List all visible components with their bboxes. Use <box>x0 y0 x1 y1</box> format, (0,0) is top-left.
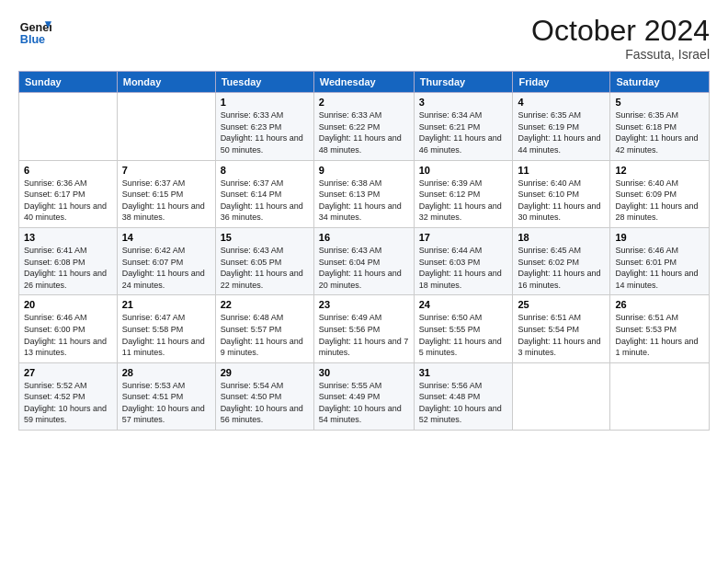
day-info: Sunrise: 5:53 AM Sunset: 4:51 PM Dayligh… <box>122 380 210 426</box>
day-info: Sunrise: 6:34 AM Sunset: 6:21 PM Dayligh… <box>419 109 508 155</box>
cal-cell: 29Sunrise: 5:54 AM Sunset: 4:50 PM Dayli… <box>215 362 313 430</box>
cal-cell: 7Sunrise: 6:37 AM Sunset: 6:15 PM Daylig… <box>117 160 215 227</box>
day-info: Sunrise: 5:54 AM Sunset: 4:50 PM Dayligh… <box>221 380 309 426</box>
header: General Blue October 2024 Fassuta, Israe… <box>18 15 710 62</box>
cal-cell: 6Sunrise: 6:36 AM Sunset: 6:17 PM Daylig… <box>19 160 118 227</box>
cal-cell: 23Sunrise: 6:49 AM Sunset: 5:56 PM Dayli… <box>313 295 414 362</box>
day-info: Sunrise: 6:51 AM Sunset: 5:54 PM Dayligh… <box>518 312 605 358</box>
day-number: 8 <box>221 165 309 176</box>
cal-cell: 18Sunrise: 6:45 AM Sunset: 6:02 PM Dayli… <box>513 227 610 294</box>
cal-cell: 9Sunrise: 6:38 AM Sunset: 6:13 PM Daylig… <box>313 160 414 227</box>
cal-cell: 10Sunrise: 6:39 AM Sunset: 6:12 PM Dayli… <box>414 160 513 227</box>
day-info: Sunrise: 6:38 AM Sunset: 6:13 PM Dayligh… <box>319 178 409 224</box>
cal-cell <box>19 93 118 160</box>
day-number: 5 <box>615 97 704 108</box>
day-number: 31 <box>419 367 508 378</box>
day-info: Sunrise: 5:52 AM Sunset: 4:52 PM Dayligh… <box>24 380 112 426</box>
day-info: Sunrise: 6:40 AM Sunset: 6:09 PM Dayligh… <box>615 178 704 224</box>
day-number: 3 <box>419 97 508 108</box>
title-area: October 2024 Fassuta, Israel <box>531 15 710 62</box>
day-number: 6 <box>24 165 112 176</box>
day-number: 16 <box>319 232 409 243</box>
week-row-1: 6Sunrise: 6:36 AM Sunset: 6:17 PM Daylig… <box>19 160 710 227</box>
cal-cell: 1Sunrise: 6:33 AM Sunset: 6:23 PM Daylig… <box>215 93 313 160</box>
day-number: 30 <box>319 367 409 378</box>
cal-cell: 30Sunrise: 5:55 AM Sunset: 4:49 PM Dayli… <box>313 362 414 430</box>
day-info: Sunrise: 6:39 AM Sunset: 6:12 PM Dayligh… <box>419 178 508 224</box>
day-info: Sunrise: 6:40 AM Sunset: 6:10 PM Dayligh… <box>518 178 605 224</box>
day-info: Sunrise: 6:33 AM Sunset: 6:23 PM Dayligh… <box>221 109 309 155</box>
cal-cell: 12Sunrise: 6:40 AM Sunset: 6:09 PM Dayli… <box>610 160 710 227</box>
col-header-friday: Friday <box>513 72 610 93</box>
cal-cell: 11Sunrise: 6:40 AM Sunset: 6:10 PM Dayli… <box>513 160 610 227</box>
day-info: Sunrise: 6:41 AM Sunset: 6:08 PM Dayligh… <box>24 245 112 291</box>
day-number: 12 <box>615 165 704 176</box>
cal-cell: 24Sunrise: 6:50 AM Sunset: 5:55 PM Dayli… <box>414 295 513 362</box>
col-header-monday: Monday <box>117 72 215 93</box>
day-info: Sunrise: 6:51 AM Sunset: 5:53 PM Dayligh… <box>615 312 704 358</box>
day-number: 11 <box>518 165 605 176</box>
cal-cell: 15Sunrise: 6:43 AM Sunset: 6:05 PM Dayli… <box>215 227 313 294</box>
day-info: Sunrise: 6:46 AM Sunset: 6:00 PM Dayligh… <box>24 312 112 358</box>
day-info: Sunrise: 6:33 AM Sunset: 6:22 PM Dayligh… <box>319 109 409 155</box>
cal-cell: 16Sunrise: 6:43 AM Sunset: 6:04 PM Dayli… <box>313 227 414 294</box>
cal-cell: 28Sunrise: 5:53 AM Sunset: 4:51 PM Dayli… <box>117 362 215 430</box>
day-number: 17 <box>419 232 508 243</box>
day-number: 13 <box>24 232 112 243</box>
day-info: Sunrise: 6:49 AM Sunset: 5:56 PM Dayligh… <box>319 312 409 358</box>
cal-cell: 14Sunrise: 6:42 AM Sunset: 6:07 PM Dayli… <box>117 227 215 294</box>
cal-cell <box>610 362 710 430</box>
day-number: 22 <box>221 299 309 310</box>
day-info: Sunrise: 6:36 AM Sunset: 6:17 PM Dayligh… <box>24 178 112 224</box>
day-info: Sunrise: 6:47 AM Sunset: 5:58 PM Dayligh… <box>122 312 210 358</box>
week-row-4: 27Sunrise: 5:52 AM Sunset: 4:52 PM Dayli… <box>19 362 710 430</box>
logo: General Blue <box>18 15 51 48</box>
day-number: 9 <box>319 165 409 176</box>
day-number: 29 <box>221 367 309 378</box>
col-header-saturday: Saturday <box>610 72 710 93</box>
day-number: 15 <box>221 232 309 243</box>
day-number: 4 <box>518 97 605 108</box>
cal-cell: 17Sunrise: 6:44 AM Sunset: 6:03 PM Dayli… <box>414 227 513 294</box>
day-number: 21 <box>122 299 210 310</box>
cal-cell: 20Sunrise: 6:46 AM Sunset: 6:00 PM Dayli… <box>19 295 118 362</box>
day-info: Sunrise: 6:35 AM Sunset: 6:19 PM Dayligh… <box>518 109 605 155</box>
day-number: 18 <box>518 232 605 243</box>
day-number: 25 <box>518 299 605 310</box>
day-info: Sunrise: 6:48 AM Sunset: 5:57 PM Dayligh… <box>221 312 309 358</box>
cal-cell: 25Sunrise: 6:51 AM Sunset: 5:54 PM Dayli… <box>513 295 610 362</box>
cal-cell: 22Sunrise: 6:48 AM Sunset: 5:57 PM Dayli… <box>215 295 313 362</box>
cal-cell: 13Sunrise: 6:41 AM Sunset: 6:08 PM Dayli… <box>19 227 118 294</box>
day-number: 28 <box>122 367 210 378</box>
day-number: 10 <box>419 165 508 176</box>
col-header-wednesday: Wednesday <box>313 72 414 93</box>
day-info: Sunrise: 6:43 AM Sunset: 6:05 PM Dayligh… <box>221 245 309 291</box>
day-info: Sunrise: 6:43 AM Sunset: 6:04 PM Dayligh… <box>319 245 409 291</box>
day-info: Sunrise: 5:56 AM Sunset: 4:48 PM Dayligh… <box>419 380 508 426</box>
day-number: 20 <box>24 299 112 310</box>
day-info: Sunrise: 6:35 AM Sunset: 6:18 PM Dayligh… <box>615 109 704 155</box>
col-header-tuesday: Tuesday <box>215 72 313 93</box>
cal-cell: 31Sunrise: 5:56 AM Sunset: 4:48 PM Dayli… <box>414 362 513 430</box>
col-header-thursday: Thursday <box>414 72 513 93</box>
day-number: 7 <box>122 165 210 176</box>
cal-cell: 2Sunrise: 6:33 AM Sunset: 6:22 PM Daylig… <box>313 93 414 160</box>
cal-cell: 3Sunrise: 6:34 AM Sunset: 6:21 PM Daylig… <box>414 93 513 160</box>
day-number: 23 <box>319 299 409 310</box>
day-info: Sunrise: 6:37 AM Sunset: 6:14 PM Dayligh… <box>221 178 309 224</box>
svg-text:Blue: Blue <box>20 33 45 46</box>
cal-cell: 8Sunrise: 6:37 AM Sunset: 6:14 PM Daylig… <box>215 160 313 227</box>
cal-cell: 4Sunrise: 6:35 AM Sunset: 6:19 PM Daylig… <box>513 93 610 160</box>
week-row-0: 1Sunrise: 6:33 AM Sunset: 6:23 PM Daylig… <box>19 93 710 160</box>
cal-cell: 27Sunrise: 5:52 AM Sunset: 4:52 PM Dayli… <box>19 362 118 430</box>
calendar-table: SundayMondayTuesdayWednesdayThursdayFrid… <box>18 71 710 431</box>
day-number: 14 <box>122 232 210 243</box>
day-info: Sunrise: 6:37 AM Sunset: 6:15 PM Dayligh… <box>122 178 210 224</box>
week-row-2: 13Sunrise: 6:41 AM Sunset: 6:08 PM Dayli… <box>19 227 710 294</box>
month-title: October 2024 <box>531 15 710 47</box>
page: General Blue October 2024 Fassuta, Israe… <box>0 0 728 563</box>
day-number: 1 <box>221 97 309 108</box>
day-info: Sunrise: 5:55 AM Sunset: 4:49 PM Dayligh… <box>319 380 409 426</box>
cal-cell: 19Sunrise: 6:46 AM Sunset: 6:01 PM Dayli… <box>610 227 710 294</box>
day-number: 24 <box>419 299 508 310</box>
